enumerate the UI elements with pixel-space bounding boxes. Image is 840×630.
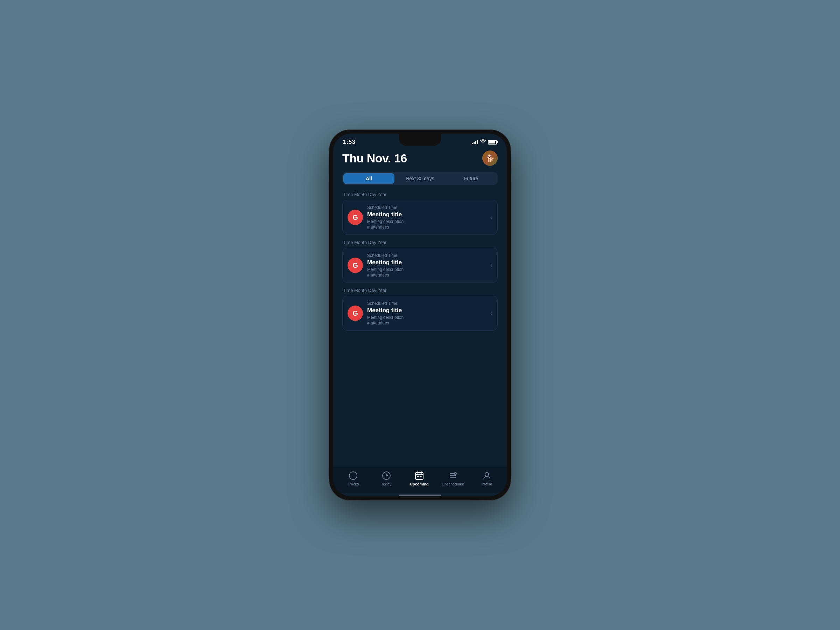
svg-rect-2 <box>415 472 423 480</box>
meeting-description-2: Meeting description <box>367 267 486 272</box>
meeting-time-1: Scheduled Time <box>367 205 486 210</box>
chevron-right-icon-1: › <box>491 214 493 221</box>
tracks-icon <box>348 471 358 480</box>
page-title: Thu Nov. 16 <box>342 152 407 165</box>
meeting-info-3: Scheduled Time Meeting title Meeting des… <box>367 301 486 325</box>
chevron-right-icon-3: › <box>491 310 493 316</box>
nav-item-unscheduled[interactable]: Unscheduled <box>442 471 464 486</box>
main-content: Thu Nov. 16 🐕 All Next 30 days Future Ti… <box>333 148 507 467</box>
notch <box>399 134 441 145</box>
phone-frame: 1:53 <box>329 129 511 501</box>
meeting-card-1[interactable]: G Scheduled Time Meeting title Meeting d… <box>342 200 498 235</box>
header: Thu Nov. 16 🐕 <box>342 150 498 166</box>
meeting-info-2: Scheduled Time Meeting title Meeting des… <box>367 253 486 278</box>
filter-tab-future[interactable]: Future <box>445 173 497 184</box>
nav-label-unscheduled: Unscheduled <box>442 482 464 486</box>
meeting-time-3: Scheduled Time <box>367 301 486 306</box>
meeting-description-1: Meeting description <box>367 219 486 224</box>
date-label-3: Time Month Day Year <box>342 288 498 293</box>
meeting-attendees-3: # attendees <box>367 321 486 325</box>
meeting-title-3: Meeting title <box>367 307 486 314</box>
meeting-icon-1: G <box>347 210 363 225</box>
nav-label-tracks: Tracks <box>347 482 359 486</box>
meetings-list: Time Month Day Year G Scheduled Time Mee… <box>342 192 498 467</box>
nav-label-today: Today <box>381 482 391 486</box>
phone-screen: 1:53 <box>333 134 507 496</box>
date-label-1: Time Month Day Year <box>342 192 498 197</box>
nav-item-upcoming[interactable]: Upcoming <box>409 471 430 486</box>
profile-icon <box>482 471 492 480</box>
nav-item-profile[interactable]: Profile <box>476 471 497 486</box>
nav-label-upcoming: Upcoming <box>410 482 429 486</box>
meeting-attendees-1: # attendees <box>367 225 486 230</box>
wifi-icon <box>480 139 486 145</box>
status-time: 1:53 <box>343 139 355 145</box>
bottom-nav: Tracks Today <box>333 467 507 493</box>
meeting-time-2: Scheduled Time <box>367 253 486 258</box>
battery-icon <box>488 140 497 145</box>
svg-rect-4 <box>420 476 422 477</box>
status-icons <box>472 139 497 145</box>
meeting-icon-2: G <box>347 257 363 273</box>
today-icon <box>382 471 391 480</box>
meeting-card-2[interactable]: G Scheduled Time Meeting title Meeting d… <box>342 248 498 283</box>
meeting-description-3: Meeting description <box>367 315 486 320</box>
nav-item-today[interactable]: Today <box>376 471 397 486</box>
avatar[interactable]: 🐕 <box>482 150 498 166</box>
nav-label-profile: Profile <box>481 482 492 486</box>
date-group-3: Time Month Day Year G Scheduled Time Mee… <box>342 288 498 331</box>
chevron-right-icon-2: › <box>491 262 493 268</box>
signal-icon <box>472 140 478 144</box>
svg-point-6 <box>485 472 489 476</box>
svg-point-0 <box>349 472 357 480</box>
svg-rect-3 <box>417 476 418 477</box>
meeting-attendees-2: # attendees <box>367 273 486 278</box>
home-indicator <box>399 494 441 496</box>
date-label-2: Time Month Day Year <box>342 240 498 245</box>
meeting-title-1: Meeting title <box>367 211 486 218</box>
date-group-1: Time Month Day Year G Scheduled Time Mee… <box>342 192 498 235</box>
unscheduled-icon <box>448 471 458 480</box>
filter-tabs: All Next 30 days Future <box>342 172 498 185</box>
filter-tab-next30[interactable]: Next 30 days <box>395 173 445 184</box>
meeting-card-3[interactable]: G Scheduled Time Meeting title Meeting d… <box>342 296 498 331</box>
meeting-info-1: Scheduled Time Meeting title Meeting des… <box>367 205 486 230</box>
date-group-2: Time Month Day Year G Scheduled Time Mee… <box>342 240 498 283</box>
svg-point-5 <box>454 472 456 475</box>
meeting-title-2: Meeting title <box>367 259 486 266</box>
filter-tab-all[interactable]: All <box>343 173 395 184</box>
upcoming-icon <box>414 471 424 480</box>
nav-item-tracks[interactable]: Tracks <box>343 471 364 486</box>
meeting-icon-3: G <box>347 306 363 321</box>
